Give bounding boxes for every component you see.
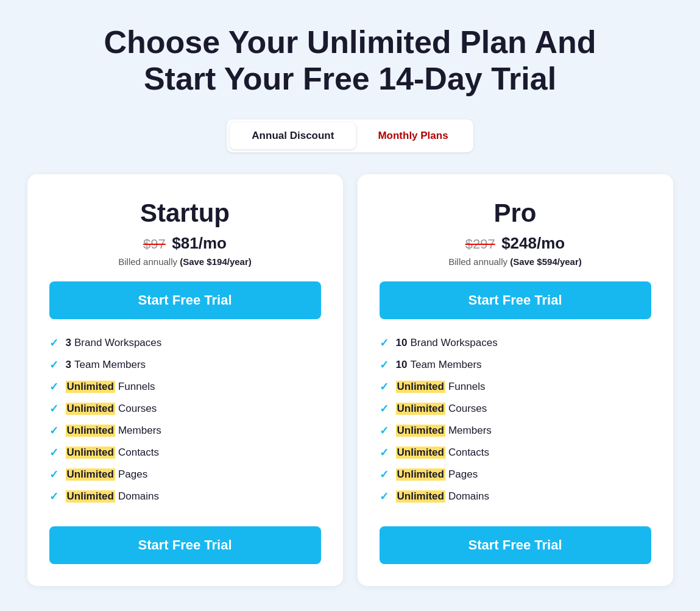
plan-name: Startup (49, 199, 321, 228)
feature-highlight: Unlimited (396, 403, 445, 415)
billing-info: Billed annually (Save $594/year) (380, 256, 651, 267)
plan-card-pro: Pro $297 $248/mo Billed annually (Save $… (358, 174, 673, 586)
check-icon: ✓ (380, 402, 389, 415)
feature-highlight: Unlimited (396, 447, 445, 459)
feature-highlight: Unlimited (396, 381, 445, 393)
feature-highlight: Unlimited (396, 468, 445, 481)
feature-item: ✓ Unlimited Funnels (380, 380, 651, 394)
check-icon: ✓ (380, 424, 389, 437)
original-price: $97 (143, 236, 166, 252)
check-icon: ✓ (49, 468, 58, 481)
feature-text: Brand Workspaces (74, 337, 161, 349)
check-icon: ✓ (380, 380, 389, 394)
feature-item: ✓ 10 Brand Workspaces (380, 336, 651, 350)
check-icon: ✓ (49, 402, 58, 415)
feature-highlight: Unlimited (66, 403, 115, 415)
feature-highlight: Unlimited (396, 490, 445, 503)
feature-text: Funnels (448, 381, 485, 393)
check-icon: ✓ (49, 446, 58, 459)
feature-number: 10 (396, 337, 408, 349)
feature-item: ✓ Unlimited Domains (380, 490, 651, 503)
feature-item: ✓ Unlimited Members (380, 424, 651, 437)
check-icon: ✓ (380, 468, 389, 481)
feature-item: ✓ Unlimited Courses (49, 402, 321, 415)
feature-text: Team Members (74, 359, 146, 371)
original-price: $297 (465, 236, 495, 252)
feature-highlight: Unlimited (66, 447, 115, 459)
check-icon: ✓ (380, 490, 389, 503)
feature-text: Courses (118, 403, 157, 415)
check-icon: ✓ (49, 336, 58, 350)
check-icon: ✓ (49, 358, 58, 372)
monthly-plans-tab[interactable]: Monthly Plans (356, 122, 470, 149)
plan-pricing: $97 $81/mo (49, 234, 321, 253)
feature-item: ✓ Unlimited Contacts (380, 446, 651, 459)
current-price: $248/mo (501, 234, 565, 252)
feature-highlight: Unlimited (66, 381, 115, 393)
features-list: ✓ 10 Brand Workspaces ✓ 10 Team Members (380, 336, 651, 512)
feature-text: Brand Workspaces (410, 337, 497, 349)
feature-text: Team Members (410, 359, 481, 371)
feature-text: Members (448, 425, 492, 437)
feature-highlight: Unlimited (396, 425, 445, 437)
feature-number: 3 (66, 337, 71, 349)
feature-highlight: Unlimited (66, 468, 115, 481)
feature-item: ✓ Unlimited Pages (49, 468, 321, 481)
feature-text: Members (118, 425, 161, 437)
feature-item: ✓ 3 Team Members (49, 358, 321, 372)
feature-item: ✓ Unlimited Pages (380, 468, 651, 481)
features-list: ✓ 3 Brand Workspaces ✓ 3 Team Members ✓ (49, 336, 321, 512)
start-trial-top-button[interactable]: Start Free Trial (380, 281, 651, 319)
feature-text: Pages (118, 468, 147, 481)
current-price: $81/mo (172, 234, 227, 252)
start-trial-top-button[interactable]: Start Free Trial (49, 281, 321, 319)
savings-text: (Save $194/year) (180, 256, 252, 267)
feature-item: ✓ Unlimited Members (49, 424, 321, 437)
plan-name: Pro (380, 199, 651, 228)
feature-text: Pages (448, 468, 478, 481)
annual-discount-tab[interactable]: Annual Discount (230, 122, 356, 149)
feature-text: Funnels (118, 381, 155, 393)
start-trial-bottom-button[interactable]: Start Free Trial (380, 526, 651, 564)
check-icon: ✓ (49, 490, 58, 503)
feature-item: ✓ Unlimited Funnels (49, 380, 321, 394)
feature-item: ✓ Unlimited Contacts (49, 446, 321, 459)
feature-item: ✓ 10 Team Members (380, 358, 651, 372)
check-icon: ✓ (380, 446, 389, 459)
feature-number: 3 (66, 359, 71, 371)
check-icon: ✓ (49, 424, 58, 437)
check-icon: ✓ (380, 358, 389, 372)
page-title: Choose Your Unlimited Plan And Start You… (76, 24, 624, 97)
billing-toggle: Annual Discount Monthly Plans (227, 119, 473, 152)
feature-text: Contacts (118, 447, 159, 459)
savings-text: (Save $594/year) (510, 256, 582, 267)
check-icon: ✓ (49, 380, 58, 394)
feature-highlight: Unlimited (66, 425, 115, 437)
start-trial-bottom-button[interactable]: Start Free Trial (49, 526, 321, 564)
feature-item: ✓ Unlimited Courses (380, 402, 651, 415)
feature-highlight: Unlimited (66, 490, 115, 503)
check-icon: ✓ (380, 336, 389, 350)
feature-text: Contacts (448, 447, 489, 459)
feature-item: ✓ Unlimited Domains (49, 490, 321, 503)
feature-text: Domains (448, 490, 489, 503)
plans-container: Startup $97 $81/mo Billed annually (Save… (27, 174, 673, 586)
plan-pricing: $297 $248/mo (380, 234, 651, 253)
billing-info: Billed annually (Save $194/year) (49, 256, 321, 267)
feature-text: Domains (118, 490, 159, 503)
plan-card-startup: Startup $97 $81/mo Billed annually (Save… (27, 174, 343, 586)
feature-number: 10 (396, 359, 408, 371)
feature-item: ✓ 3 Brand Workspaces (49, 336, 321, 350)
feature-text: Courses (448, 403, 487, 415)
